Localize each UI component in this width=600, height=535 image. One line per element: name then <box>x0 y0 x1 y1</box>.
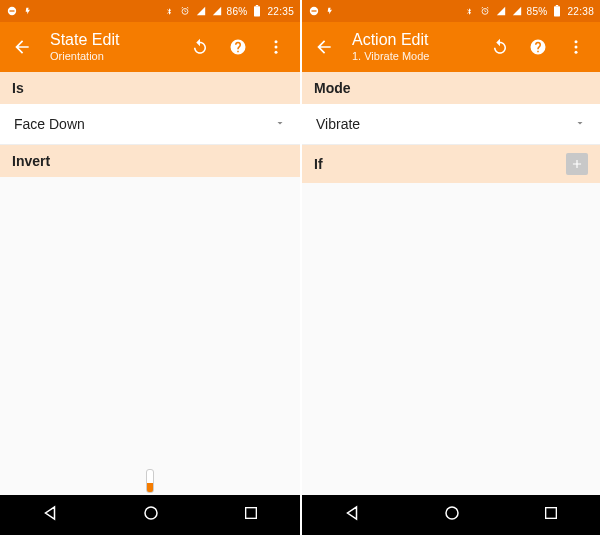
undo-button[interactable] <box>184 31 216 63</box>
help-button[interactable] <box>222 31 254 63</box>
svg-point-15 <box>575 40 578 43</box>
bluetooth-icon <box>163 5 175 17</box>
alarm-icon <box>179 5 191 17</box>
nav-bar <box>0 495 300 535</box>
battery-pct: 85% <box>527 6 548 17</box>
svg-point-17 <box>575 51 578 54</box>
section-mode-header: Mode <box>302 72 600 104</box>
battery-icon <box>551 5 563 17</box>
svg-rect-19 <box>546 508 557 519</box>
section-is-label: Is <box>12 80 24 96</box>
appbar-subtitle: 1. Vibrate Mode <box>352 50 429 63</box>
bolt-icon <box>22 5 34 17</box>
appbar-title: State Edit <box>50 31 119 49</box>
add-condition-button[interactable] <box>566 153 588 175</box>
signal-icon <box>195 5 207 17</box>
svg-point-16 <box>575 46 578 49</box>
signal2-icon <box>211 5 223 17</box>
section-is-header: Is <box>0 72 300 104</box>
svg-rect-3 <box>254 6 260 16</box>
is-dropdown[interactable]: Face Down <box>0 104 300 145</box>
undo-button[interactable] <box>484 31 516 63</box>
svg-rect-13 <box>554 6 560 16</box>
status-bar: 85% 22:38 <box>302 0 600 22</box>
nav-home-button[interactable] <box>443 504 461 526</box>
svg-rect-11 <box>312 10 317 11</box>
nav-recents-button[interactable] <box>243 505 259 525</box>
dnd-icon <box>6 5 18 17</box>
section-if-label: If <box>314 156 323 172</box>
overflow-button[interactable] <box>560 31 592 63</box>
svg-rect-4 <box>256 5 258 6</box>
svg-rect-14 <box>556 5 558 6</box>
help-button[interactable] <box>522 31 554 63</box>
section-invert-header[interactable]: Invert <box>0 145 300 177</box>
svg-rect-9 <box>245 508 256 519</box>
nav-back-button[interactable] <box>41 504 59 526</box>
appbar-title: Action Edit <box>352 31 429 49</box>
signal-icon <box>495 5 507 17</box>
nav-back-button[interactable] <box>343 504 361 526</box>
dnd-icon <box>308 5 320 17</box>
mode-dropdown[interactable]: Vibrate <box>302 104 600 145</box>
nav-bar <box>302 495 600 535</box>
svg-point-18 <box>446 507 458 519</box>
battery-icon <box>251 5 263 17</box>
content-area: Is Face Down Invert <box>0 72 300 495</box>
content-area: Mode Vibrate If <box>302 72 600 495</box>
svg-point-7 <box>275 51 278 54</box>
back-button[interactable] <box>308 31 340 63</box>
home-indicator <box>146 469 154 493</box>
screen-action-edit: 85% 22:38 Action Edit 1. Vibrate Mode <box>300 0 600 535</box>
appbar-subtitle: Orientation <box>50 50 119 63</box>
section-mode-label: Mode <box>314 80 351 96</box>
is-value: Face Down <box>14 116 85 132</box>
clock: 22:38 <box>567 6 594 17</box>
mode-value: Vibrate <box>316 116 360 132</box>
svg-point-5 <box>275 40 278 43</box>
chevron-down-icon <box>274 116 286 132</box>
battery-pct: 86% <box>227 6 248 17</box>
section-invert-label: Invert <box>12 153 50 169</box>
signal2-icon <box>511 5 523 17</box>
nav-home-button[interactable] <box>142 504 160 526</box>
nav-recents-button[interactable] <box>543 505 559 525</box>
alarm-icon <box>479 5 491 17</box>
bolt-icon <box>324 5 336 17</box>
screen-state-edit: 86% 22:35 State Edit Orientation <box>0 0 300 535</box>
clock: 22:35 <box>267 6 294 17</box>
status-bar: 86% 22:35 <box>0 0 300 22</box>
back-button[interactable] <box>6 31 38 63</box>
svg-point-6 <box>275 46 278 49</box>
chevron-down-icon <box>574 116 586 132</box>
bluetooth-icon <box>463 5 475 17</box>
svg-rect-1 <box>10 10 15 11</box>
app-bar: Action Edit 1. Vibrate Mode <box>302 22 600 72</box>
section-if-header: If <box>302 145 600 183</box>
app-bar: State Edit Orientation <box>0 22 300 72</box>
svg-point-8 <box>145 507 157 519</box>
overflow-button[interactable] <box>260 31 292 63</box>
